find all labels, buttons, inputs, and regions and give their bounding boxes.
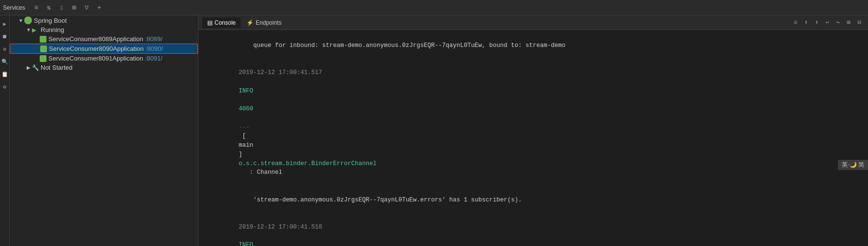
console-tab-label: Console [214, 19, 236, 26]
window-title: Services [3, 4, 25, 11]
springboot-arrow [17, 18, 24, 23]
console-tbr-7[interactable]: ⊟ [854, 18, 864, 28]
side-icon-1[interactable]: ▶ [0, 19, 9, 28]
log-line-1: queue for inbound: stream-demo.anonymous… [202, 32, 864, 59]
notstarted-arrow [25, 65, 32, 70]
log2-thread: main [239, 142, 253, 149]
log-line-3: 'stream-demo.anonymous.0zJrgsEQR--7qaynL… [202, 186, 864, 214]
console-tabs: ▤ Console ⚡ Endpoints ≡ ⬆ ⬇ ↩ ↪ ⊞ ⊟ [198, 15, 868, 30]
console-output[interactable]: queue for inbound: stream-demo.anonymous… [198, 30, 868, 246]
console-tbr-1[interactable]: ≡ [791, 18, 800, 28]
main-toolbar: Services ≡ ⇅ ↕ ⊞ ▽ + [0, 0, 868, 15]
console-tbr-4[interactable]: ↩ [822, 18, 832, 28]
log2-pid: 4060 [239, 106, 253, 112]
app8089-icon [40, 36, 46, 43]
log2-class: o.s.c.stream.binder.BinderErrorChannel [239, 160, 377, 167]
app8091-port: :8091/ [143, 55, 163, 62]
log4-level: INFO [239, 242, 253, 246]
left-icon-strip: ▶ ⏹ ⚙ 🔍 📋 ⚙ [0, 15, 10, 246]
app8090-name: ServiceConsumer8090Application [49, 45, 144, 52]
app8091-icon [40, 55, 46, 62]
app-8090[interactable]: ▶ ServiceConsumer8090Application :8090/ [10, 44, 198, 54]
app8089-name: ServiceConsumer8089Application [48, 35, 143, 43]
services-sidebar: Spring Boot ▶ Running ▶ ServiceConsumer8… [10, 15, 198, 246]
log2-sep: --- [239, 124, 250, 131]
toolbar-btn-sort1[interactable]: ⇅ [44, 2, 54, 13]
app-8091[interactable]: ▶ ServiceConsumer8091Application :8091/ [10, 54, 198, 63]
log-line-4: 2019-12-12 17:00:41.518 INFO 4060 --- [ … [202, 214, 864, 246]
running-icon: ▶ [32, 27, 39, 33]
app8091-name: ServiceConsumer8091Application [48, 55, 143, 62]
console-area: ▤ Console ⚡ Endpoints ≡ ⬆ ⬇ ↩ ↪ ⊞ ⊟ [198, 15, 868, 246]
side-icon-3[interactable]: ⚙ [0, 45, 9, 53]
running-arrow [25, 27, 32, 32]
tab-endpoints[interactable]: ⚡ Endpoints [242, 17, 286, 28]
notstarted-icon: 🔧 [32, 64, 39, 71]
console-tbr-2[interactable]: ⬆ [801, 18, 811, 28]
side-icon-6[interactable]: ⚙ [0, 82, 9, 91]
springboot-label: Spring Boot [34, 17, 67, 24]
side-icon-4[interactable]: 🔍 [0, 57, 9, 66]
log2-ts: 2019-12-12 17:00:41.517 [239, 69, 322, 76]
console-tbr-6[interactable]: ⊞ [844, 18, 853, 28]
running-label: Running [41, 26, 64, 33]
app8090-port: :8090/ [144, 45, 163, 52]
toolbar-btn-add[interactable]: + [94, 2, 105, 13]
side-icon-2[interactable]: ⏹ [0, 32, 9, 41]
springboot-icon [24, 16, 32, 24]
log1-msg: queue for inbound: stream-demo.anonymous… [239, 42, 565, 49]
toolbar-btn-grid[interactable]: ⊞ [69, 2, 79, 13]
tab-console[interactable]: ▤ Console [202, 17, 241, 28]
side-icon-5[interactable]: 📋 [0, 70, 9, 78]
notstarted-group[interactable]: 🔧 Not Started [10, 63, 198, 72]
running-group[interactable]: ▶ Running [10, 25, 198, 34]
springboot-root[interactable]: Spring Boot [10, 15, 198, 25]
toolbar-btn-sort2[interactable]: ↕ [56, 2, 67, 13]
console-tbr-3[interactable]: ⬇ [812, 18, 822, 28]
log4-ts: 2019-12-12 17:00:41.518 [239, 224, 322, 231]
app8089-port: :8089/ [143, 35, 163, 43]
language-badge[interactable]: 英·🌙 简 [838, 160, 868, 170]
console-tab-icon: ▤ [207, 19, 213, 26]
app8090-icon [40, 46, 47, 52]
endpoints-tab-label: Endpoints [256, 19, 281, 26]
console-tbr-5[interactable]: ↪ [833, 18, 843, 28]
endpoints-tab-icon: ⚡ [246, 19, 254, 26]
toolbar-btn-menu[interactable]: ≡ [31, 2, 42, 13]
log2-level: INFO [239, 88, 253, 94]
app-8089[interactable]: ▶ ServiceConsumer8089Application :8089/ [10, 34, 198, 44]
notstarted-label: Not Started [41, 64, 73, 71]
log-line-2: 2019-12-12 17:00:41.517 INFO 4060 --- [ … [202, 59, 864, 186]
toolbar-btn-filter[interactable]: ▽ [81, 2, 92, 13]
